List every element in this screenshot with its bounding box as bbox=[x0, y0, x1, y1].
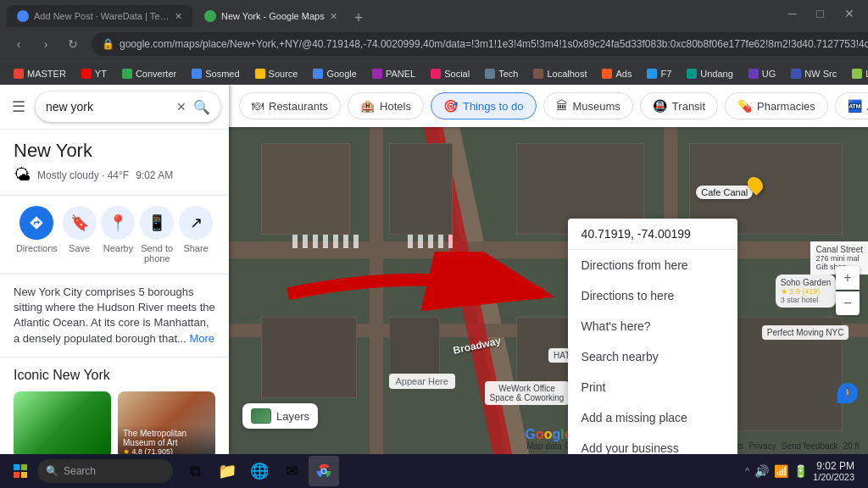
tab-waredata[interactable]: Add New Post · WareData | Tech... ✕ bbox=[7, 5, 192, 27]
address-bar[interactable]: 🔒 google.com/maps/place/New+York,+NY/@40… bbox=[92, 32, 868, 56]
bookmark-sosmed[interactable]: Sosmed bbox=[185, 67, 246, 80]
share-button[interactable]: ↗ Share bbox=[179, 206, 213, 263]
context-search-nearby[interactable]: Search nearby bbox=[568, 341, 737, 372]
crosswalk-2 bbox=[408, 235, 453, 247]
back-button[interactable]: ‹ bbox=[7, 32, 31, 56]
bookmark-panel[interactable]: PANEL bbox=[365, 67, 422, 80]
bookmark-f7[interactable]: F7 bbox=[640, 67, 678, 80]
bookmark-land[interactable]: Land bbox=[845, 67, 868, 80]
taskbar-search[interactable]: 🔍 Search bbox=[37, 459, 173, 483]
tab-maps[interactable]: New York - Google Maps ✕ bbox=[194, 5, 348, 27]
context-directions-to[interactable]: Directions to here bbox=[568, 280, 737, 311]
new-tab-button[interactable]: + bbox=[349, 9, 369, 27]
search-button[interactable]: 🔍 bbox=[193, 99, 210, 115]
google-logo-attribution: Google bbox=[525, 427, 571, 442]
bookmark-social[interactable]: Social bbox=[424, 67, 476, 80]
context-directions-from[interactable]: Directions from here bbox=[568, 250, 737, 280]
nearby-button[interactable]: 📍 Nearby bbox=[101, 206, 135, 263]
description-text: New York City comprises 5 boroughs sitti… bbox=[14, 286, 215, 345]
map-area[interactable]: Cafe Canal Broadway Appear Here Soho Gar… bbox=[229, 127, 868, 454]
museums-label: Museums bbox=[573, 100, 620, 113]
bookmark-ug[interactable]: UG bbox=[742, 67, 783, 80]
pegman-button[interactable]: 🚶 bbox=[837, 383, 858, 403]
task-view-button[interactable]: ⧉ bbox=[180, 456, 210, 486]
start-button[interactable] bbox=[7, 458, 34, 485]
bookmark-undang[interactable]: Undang bbox=[680, 67, 740, 80]
hamburger-menu[interactable]: ☰ bbox=[8, 94, 29, 119]
zoom-in-button[interactable]: + bbox=[836, 266, 860, 290]
save-label: Save bbox=[69, 243, 90, 253]
weather-row: 🌤 Mostly cloudy · 44°F 9:02 AM bbox=[14, 165, 215, 185]
layers-button[interactable]: Layers bbox=[242, 403, 318, 429]
battery-icon[interactable]: 🔋 bbox=[793, 464, 808, 478]
title-bar: Add New Post · WareData | Tech... ✕ New … bbox=[0, 0, 868, 27]
zoom-out-button[interactable]: − bbox=[836, 291, 860, 315]
search-clear-icon[interactable]: ✕ bbox=[176, 100, 186, 114]
tab-bar: Add New Post · WareData | Tech... ✕ New … bbox=[7, 0, 368, 27]
tab-label-maps: New York - Google Maps bbox=[221, 11, 325, 21]
taskbar-search-label: Search bbox=[64, 465, 96, 477]
reload-button[interactable]: ↻ bbox=[61, 32, 85, 56]
win-square-4 bbox=[21, 472, 27, 478]
wifi-icon[interactable]: 📶 bbox=[774, 464, 788, 478]
tab-close-maps[interactable]: ✕ bbox=[330, 11, 337, 22]
bookmark-ads[interactable]: Ads bbox=[595, 67, 638, 80]
satellite-view: Cafe Canal Broadway Appear Here Soho Gar… bbox=[229, 127, 868, 454]
search-input-wrap[interactable]: new york ✕ 🔍 bbox=[36, 92, 220, 122]
directions-button[interactable]: Directions bbox=[16, 206, 58, 263]
filter-atms[interactable]: 🏧 ATMs bbox=[835, 92, 868, 119]
bookmark-source[interactable]: Source bbox=[248, 67, 305, 80]
bookmark-yt[interactable]: YT bbox=[75, 67, 114, 80]
save-button[interactable]: 🔖 Save bbox=[63, 206, 97, 263]
iconic-photo-central-park[interactable] bbox=[14, 391, 111, 454]
mail-icon[interactable]: ✉ bbox=[276, 456, 307, 486]
bookmark-google[interactable]: Google bbox=[306, 67, 363, 80]
transit-label: Transit bbox=[672, 100, 705, 113]
weather-icon: 🌤 bbox=[14, 165, 31, 185]
taskbar-search-icon: 🔍 bbox=[46, 465, 58, 477]
map-background: Cafe Canal Broadway Appear Here Soho Gar… bbox=[229, 127, 868, 454]
appear-here-label: Appear Here bbox=[389, 374, 455, 389]
directions-label: Directions bbox=[16, 243, 58, 253]
close-window-button[interactable]: ✕ bbox=[837, 7, 861, 20]
soho-name: Soho Garden bbox=[781, 278, 832, 287]
bookmark-converter[interactable]: Converter bbox=[115, 67, 183, 80]
filter-hotels[interactable]: 🏨 Hotels bbox=[348, 92, 424, 119]
privacy-link[interactable]: Privacy bbox=[748, 441, 776, 451]
bookmark-localhost[interactable]: Localhost bbox=[526, 67, 593, 80]
volume-icon[interactable]: 🔊 bbox=[754, 464, 769, 478]
action-buttons: Directions 🔖 Save 📍 Nearby 📱 Send to pho… bbox=[0, 196, 229, 274]
filter-restaurants[interactable]: 🍽 Restaurants bbox=[239, 92, 341, 119]
filter-pharmacies[interactable]: 💊 Pharmacies bbox=[725, 92, 828, 119]
context-print[interactable]: Print bbox=[568, 372, 737, 402]
canal-sub: 276 mini mal bbox=[815, 254, 863, 263]
hidden-icons-button[interactable]: ^ bbox=[745, 466, 749, 476]
browser-icon[interactable]: 🌐 bbox=[244, 456, 275, 486]
filter-museums[interactable]: 🏛 Museums bbox=[543, 92, 633, 119]
tray-clock[interactable]: 9:02 PM 1/20/2023 bbox=[813, 460, 854, 482]
minimize-button[interactable]: ─ bbox=[782, 7, 804, 20]
bookmark-master[interactable]: MASTER bbox=[7, 67, 73, 80]
iconic-photo-met[interactable]: The MetropolitanMuseum of Art ★ 4.8 (71,… bbox=[118, 391, 215, 454]
send-to-phone-button[interactable]: 📱 Send to phone bbox=[140, 206, 174, 263]
tab-close-waredata[interactable]: ✕ bbox=[175, 11, 182, 22]
send-feedback-link[interactable]: Send feedback bbox=[782, 441, 838, 451]
context-add-business[interactable]: Add your business bbox=[568, 433, 737, 454]
context-add-missing-place[interactable]: Add a missing place bbox=[568, 402, 737, 433]
filter-things-to-do[interactable]: 🎯 Things to do bbox=[431, 92, 537, 119]
more-link[interactable]: More bbox=[189, 332, 214, 345]
transit-icon: 🚇 bbox=[653, 99, 667, 113]
chrome-icon[interactable] bbox=[309, 456, 339, 486]
bookmark-nwsrc[interactable]: NW Src bbox=[784, 67, 843, 80]
forward-button[interactable]: › bbox=[34, 32, 58, 56]
search-input[interactable]: new york bbox=[46, 100, 170, 114]
tab-label-waredata: Add New Post · WareData | Tech... bbox=[34, 11, 170, 21]
pharmacies-label: Pharmacies bbox=[757, 100, 815, 113]
save-icon: 🔖 bbox=[63, 206, 97, 240]
maximize-button[interactable]: □ bbox=[810, 7, 831, 20]
context-whats-here[interactable]: What's here? bbox=[568, 311, 737, 341]
filter-transit[interactable]: 🚇 Transit bbox=[640, 92, 718, 119]
bookmark-tech[interactable]: Tech bbox=[478, 67, 525, 80]
building-block-1 bbox=[261, 143, 351, 235]
file-explorer-icon[interactable]: 📁 bbox=[212, 456, 242, 486]
